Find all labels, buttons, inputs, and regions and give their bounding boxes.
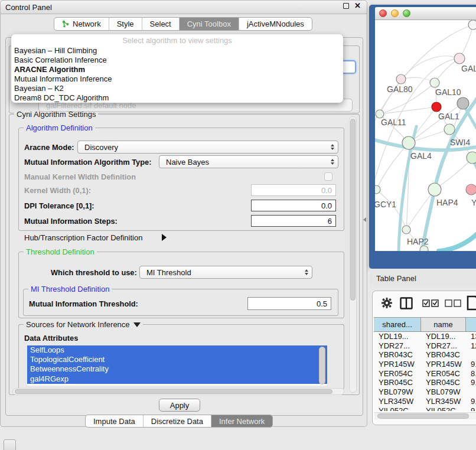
node-label: GAL10	[435, 87, 461, 97]
table-row[interactable]: YBL079W YBL079W	[374, 387, 476, 397]
table-document-icon[interactable]	[466, 295, 476, 311]
mi-steps-input[interactable]: 6	[251, 215, 336, 227]
column-header-shared-name[interactable]: shared...	[374, 318, 421, 331]
network-node[interactable]	[468, 20, 476, 30]
table-header-row: shared... name A	[374, 317, 476, 332]
network-node[interactable]	[420, 246, 428, 251]
table-row[interactable]: YBR045C YBR045C 9.	[374, 378, 476, 387]
network-node[interactable]	[467, 152, 476, 164]
algorithm-option[interactable]: Dream8 DC_TDC Algorithm	[11, 93, 343, 103]
table-row[interactable]: YDL19... YDL19... 13	[374, 332, 476, 341]
dpi-tolerance-input[interactable]: 0.0	[251, 200, 336, 211]
network-node-gal10[interactable]	[430, 78, 439, 87]
apply-button-label: Apply	[170, 401, 190, 410]
node-label: GAL4	[410, 151, 432, 161]
network-node-gray[interactable]	[457, 97, 469, 109]
column-header-name[interactable]: name	[421, 318, 466, 331]
panel-divider-grip[interactable]	[363, 217, 366, 222]
tab-jactivemnodules[interactable]: jActiveMNodules	[239, 18, 312, 30]
float-window-icon[interactable]	[343, 3, 349, 9]
mi-type-label: Mutual Information Algorithm Type:	[24, 158, 151, 167]
manual-kernel-width-checkbox[interactable]	[324, 172, 332, 181]
attribute-item[interactable]: SelfLoops	[27, 345, 327, 355]
network-node-gal11[interactable]	[376, 110, 384, 118]
attribute-item[interactable]: TopologicalCoefficient	[27, 355, 327, 364]
zoom-traffic-light[interactable]	[403, 9, 410, 17]
attribute-item[interactable]: gal4RGexp	[27, 374, 327, 384]
unchecked-checkboxes-icon[interactable]	[445, 299, 461, 307]
mi-type-combobox[interactable]: Naive Bayes	[159, 155, 338, 168]
network-node-hap2[interactable]	[402, 226, 410, 234]
table-hscroll-thumb[interactable]	[377, 413, 469, 419]
attributes-vscroll-thumb[interactable]	[319, 347, 325, 384]
network-node-salmon[interactable]	[466, 184, 476, 195]
tab-network[interactable]: Network	[54, 18, 109, 30]
apply-button[interactable]: Apply	[159, 399, 200, 412]
gear-icon[interactable]	[381, 297, 393, 309]
split-columns-icon[interactable]	[400, 297, 413, 309]
mi-threshold-input[interactable]: 0.5	[247, 297, 331, 310]
combo-stepper-icon	[331, 144, 334, 150]
threshold-definition-title: Threshold Definition	[24, 247, 97, 256]
table-horizontal-scrollbar[interactable]	[374, 412, 476, 419]
close-traffic-light[interactable]	[379, 9, 387, 17]
network-node-gal[interactable]	[454, 53, 465, 64]
node-label: GAL80	[387, 84, 413, 94]
settings-hscroll-thumb[interactable]	[15, 389, 332, 394]
tab-infer-network[interactable]: Infer Network	[211, 415, 272, 427]
algorithm-option-selected[interactable]: ARACNE Algorithm	[11, 65, 343, 74]
algorithm-option[interactable]: Basic Correlation Inference	[11, 56, 343, 65]
settings-horizontal-scrollbar[interactable]	[12, 388, 344, 395]
network-graph: GAL GAL80 GAL10 GAL11 GAL1 SWI4 GAL4 GCY…	[375, 20, 476, 251]
table-row[interactable]: YPR145W YPR145W 9.	[374, 360, 476, 369]
algorithm-dropdown-popup: Select algorithm to view settings Bayesi…	[11, 34, 343, 103]
network-node-gal80[interactable]	[396, 74, 406, 84]
data-attributes-list: SelfLoops TopologicalCoefficient Between…	[27, 345, 327, 386]
table-row[interactable]: YER054C YER054C 8.	[374, 369, 476, 379]
table-panel: shared... name A YDL19... YDL19... 13 YD…	[372, 291, 476, 425]
node-label: GCY1	[375, 200, 396, 209]
hub-section-label: Hub/Transcription Factor Definition	[24, 233, 142, 242]
settings-vertical-scrollbar[interactable]	[349, 116, 357, 393]
settings-vscroll-thumb[interactable]	[350, 119, 356, 301]
mi-threshold-definition-title: MI Threshold Definition	[28, 285, 112, 294]
kernel-width-label: Kernel Width (0,1):	[24, 186, 91, 195]
network-window: GAL GAL80 GAL10 GAL11 GAL1 SWI4 GAL4 GCY…	[369, 5, 476, 269]
column-header-partial[interactable]: A	[466, 318, 476, 331]
network-canvas[interactable]: GAL GAL80 GAL10 GAL11 GAL1 SWI4 GAL4 GCY…	[375, 20, 476, 251]
minimize-traffic-light[interactable]	[391, 9, 399, 17]
mi-type-value: Naive Bayes	[159, 158, 209, 167]
algorithm-option[interactable]: Mutual Information Inference	[11, 74, 343, 84]
aracne-mode-value: Discovery	[78, 143, 118, 152]
algorithm-option[interactable]: Bayesian – Hill Climbing	[11, 46, 343, 56]
table-row[interactable]: YBR043C YBR043C	[374, 350, 476, 360]
node-label: HAP4	[436, 198, 458, 207]
aracne-mode-combobox[interactable]: Discovery	[77, 141, 338, 154]
tab-style[interactable]: Style	[109, 18, 142, 30]
table-row[interactable]: YLR345W YLR345W 9.	[374, 397, 476, 406]
algorithm-definition-title: Algorithm Definition	[24, 123, 95, 132]
sources-collapse-icon[interactable]	[133, 322, 141, 327]
minimized-panel-icon[interactable]	[4, 439, 16, 450]
tab-cyni-toolbox[interactable]: Cyni Toolbox	[179, 18, 239, 30]
table-row[interactable]: YIL052C YIL052C 9	[374, 406, 476, 412]
network-node-hap4[interactable]	[428, 183, 441, 196]
checked-checkboxes-icon[interactable]	[422, 299, 439, 307]
algorithm-dropdown-placeholder: Select algorithm to view settings	[11, 36, 343, 46]
network-node-gcy1[interactable]	[375, 185, 380, 194]
attribute-item[interactable]: BetweennessCentrality	[27, 364, 327, 374]
combo-stepper-icon	[305, 269, 308, 275]
tab-network-label: Network	[73, 19, 101, 28]
tab-impute-data[interactable]: Impute Data	[86, 415, 143, 427]
network-node-gal4[interactable]	[402, 136, 415, 149]
tab-select[interactable]: Select	[142, 18, 179, 30]
network-node-gal1[interactable]	[444, 124, 455, 135]
algorithm-option[interactable]: Bayesian – K2	[11, 84, 343, 93]
table-row[interactable]: YDR27... YDR27... 12	[374, 341, 476, 351]
network-node-red[interactable]	[432, 102, 441, 112]
tab-discretize-data[interactable]: Discretize Data	[143, 415, 211, 427]
which-threshold-combobox[interactable]: MI Threshold	[139, 266, 312, 279]
close-icon[interactable]: ✕	[354, 3, 361, 9]
kernel-width-input[interactable]: 0.0	[251, 184, 336, 196]
hub-expand-icon[interactable]	[162, 234, 167, 241]
